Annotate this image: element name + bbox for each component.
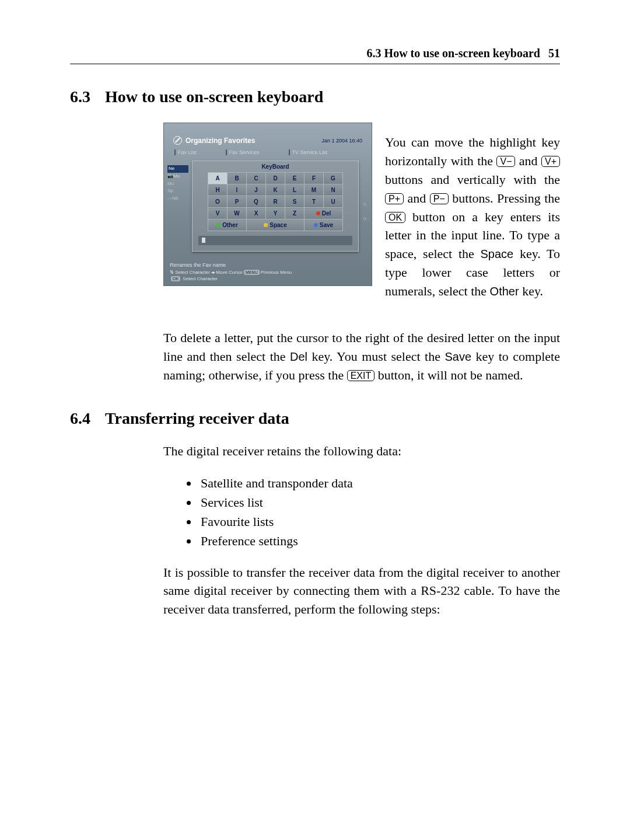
osd-key[interactable]: G bbox=[324, 173, 343, 184]
key-v-plus: V+ bbox=[541, 156, 560, 168]
key-p-minus: P− bbox=[430, 193, 449, 205]
bullet-list: Satellite and transponder data Services … bbox=[163, 473, 560, 550]
osd-key[interactable]: D bbox=[266, 173, 285, 184]
osd-key[interactable]: B bbox=[228, 173, 247, 184]
osd-key[interactable]: U bbox=[324, 196, 343, 208]
osd-input-line[interactable] bbox=[198, 236, 352, 245]
running-header: 6.3 How to use on-screen keyboard 51 bbox=[70, 47, 560, 64]
section-title: Transferring receiver data bbox=[105, 409, 289, 428]
prohibit-icon bbox=[173, 136, 182, 145]
menu-pill: MENU bbox=[244, 270, 260, 275]
text-cursor bbox=[202, 238, 205, 243]
key-ok: OK bbox=[385, 212, 405, 224]
osd-key[interactable]: K bbox=[266, 184, 285, 196]
screenshot-figure: Organizing Favorites Jan 1 2004 16:40 Fa… bbox=[163, 123, 373, 286]
softkey-del: Del bbox=[290, 350, 307, 363]
osd-key[interactable]: O bbox=[208, 196, 228, 208]
osd-key[interactable]: N bbox=[324, 184, 343, 196]
osd-help-bar: ⇅ Select Character ◂▸ Move CursorMENUPre… bbox=[170, 270, 366, 282]
osd-key[interactable]: M bbox=[304, 184, 324, 196]
list-item: Satellite and transponder data bbox=[198, 473, 560, 493]
paragraph: The digital receiver retains the followi… bbox=[163, 442, 560, 461]
osd-key-save[interactable]: Save bbox=[304, 219, 343, 231]
osd-key[interactable]: J bbox=[247, 184, 266, 196]
osd-key[interactable]: C bbox=[247, 173, 266, 184]
osd-key[interactable]: T bbox=[304, 196, 324, 208]
section-heading-6-4: 6.4 Transferring receiver data bbox=[70, 409, 560, 428]
osd-key-del[interactable]: Del bbox=[304, 208, 343, 219]
running-header-title: 6.3 How to use on-screen keyboard bbox=[367, 47, 540, 60]
osd-key[interactable]: L bbox=[285, 184, 304, 196]
osd-key[interactable]: R bbox=[266, 196, 285, 208]
key-p-plus: P+ bbox=[385, 193, 404, 205]
paragraph: To delete a letter, put the cursor to th… bbox=[163, 329, 560, 385]
osd-keyboard-panel: KeyBoard A B C D E F G H bbox=[192, 161, 359, 252]
osd-status-text: Renames the Fav name bbox=[170, 262, 226, 268]
key-v-minus: V− bbox=[496, 156, 515, 168]
osd-key[interactable]: X bbox=[247, 208, 266, 219]
updown-icon: ⇅ bbox=[170, 270, 174, 275]
section-number: 6.3 bbox=[70, 88, 105, 106]
section-title: How to use on-screen keyboard bbox=[105, 88, 323, 106]
osd-key[interactable]: P bbox=[228, 196, 247, 208]
softkey-save: Save bbox=[444, 350, 471, 363]
osd-key[interactable]: F bbox=[304, 173, 324, 184]
osd-key[interactable]: S bbox=[285, 196, 304, 208]
osd-key[interactable]: A bbox=[208, 173, 228, 184]
osd-timestamp: Jan 1 2004 16:40 bbox=[321, 138, 362, 144]
osd-left-list: Ne 📷Mo Mu Sp ---NE bbox=[167, 165, 188, 203]
page-number: 51 bbox=[548, 47, 560, 60]
osd-keyboard-title: KeyBoard bbox=[192, 161, 358, 172]
osd-keyboard-grid: A B C D E F G H I J K bbox=[208, 172, 343, 231]
list-item: Favourite lists bbox=[198, 512, 560, 531]
osd-right-list: ... 0... 0... bbox=[363, 182, 372, 226]
manual-page: 6.3 How to use on-screen keyboard 51 6.3… bbox=[0, 0, 630, 840]
osd-window-title: Organizing Favorites bbox=[186, 137, 255, 145]
ok-pill: OK bbox=[171, 276, 180, 281]
osd-key[interactable]: Z bbox=[285, 208, 304, 219]
paragraph: It is possible to transfer the receiver … bbox=[163, 563, 560, 619]
osd-key[interactable]: Y bbox=[266, 208, 285, 219]
osd-key[interactable]: W bbox=[228, 208, 247, 219]
osd-key[interactable]: V bbox=[208, 208, 228, 219]
tv-screenshot: Organizing Favorites Jan 1 2004 16:40 Fa… bbox=[163, 123, 372, 286]
softkey-space: Space bbox=[481, 248, 514, 260]
list-item: Services list bbox=[198, 493, 560, 512]
osd-key[interactable]: I bbox=[228, 184, 247, 196]
section-number: 6.4 bbox=[70, 409, 105, 428]
osd-key[interactable]: H bbox=[208, 184, 228, 196]
softkey-other: Other bbox=[490, 285, 519, 298]
osd-key-other[interactable]: Other bbox=[208, 219, 247, 231]
osd-key-space[interactable]: Space bbox=[247, 219, 304, 231]
osd-key[interactable]: E bbox=[285, 173, 304, 184]
section-heading-6-3: 6.3 How to use on-screen keyboard bbox=[70, 88, 560, 106]
leftright-icon: ◂▸ bbox=[211, 270, 215, 275]
osd-tabs: Fav List Fav Services TV Service List bbox=[164, 148, 372, 155]
osd-key[interactable]: Q bbox=[247, 196, 266, 208]
osd-tab: Fav Services bbox=[226, 149, 260, 155]
list-item: Preference settings bbox=[198, 531, 560, 550]
key-exit: EXIT bbox=[347, 370, 375, 382]
osd-tab: TV Service List bbox=[289, 149, 328, 155]
osd-tab: Fav List bbox=[174, 149, 197, 155]
